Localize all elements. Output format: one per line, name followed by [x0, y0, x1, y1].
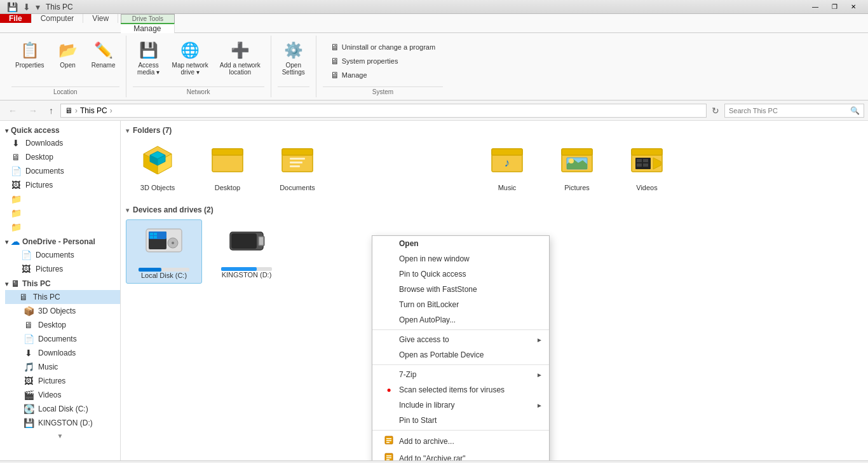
quickaccess-items: ⬇ Downloads 📌 🖥 Desktop 📌 📄 Documents 📌 …: [0, 136, 120, 234]
sidebar-item-pc-downloads[interactable]: ⬇ Downloads: [5, 346, 120, 360]
sidebar-item-desktop[interactable]: 🖥 Desktop 📌: [5, 150, 120, 164]
cm-scan-viruses[interactable]: ● Scan selected items for viruses: [372, 382, 549, 397]
cm-bitlocker[interactable]: Turn on BitLocker: [372, 297, 549, 312]
3dobjects-icon: 📦: [23, 306, 34, 316]
qa-btn-dropdown[interactable]: ▾: [34, 1, 42, 13]
cm-autoplay[interactable]: Open AutoPlay...: [372, 312, 549, 328]
svg-rect-39: [231, 233, 257, 249]
ribbon-btn-manage[interactable]: 🖥 Manage: [328, 69, 438, 81]
ribbon-btn-properties[interactable]: 📋 Properties: [11, 38, 48, 71]
ribbon-btn-system-properties[interactable]: 🖥 System properties: [328, 55, 438, 67]
folder-3dobjects[interactable]: 3D Objects: [126, 140, 189, 195]
desktop-icon: 🖥: [10, 152, 22, 162]
sidebar-item-pc-desktop[interactable]: 🖥 Desktop: [5, 318, 120, 332]
maximize-button[interactable]: ❐: [825, 1, 844, 13]
uninstall-icon: 🖥: [330, 42, 339, 52]
system-buttons: 🖥 Uninstall or change a program 🖥 System…: [323, 38, 443, 84]
pc-music-label: Music: [38, 363, 115, 371]
window-title: This PC: [46, 3, 73, 11]
back-button[interactable]: ←: [4, 104, 22, 118]
cm-pin-start[interactable]: Pin to Start: [372, 413, 549, 428]
breadcrumb[interactable]: 🖥 › This PC ›: [60, 104, 707, 118]
manage-label: Manage: [342, 71, 367, 79]
folder-music[interactable]: ♪ Music: [475, 140, 539, 195]
cm-open[interactable]: Open: [372, 236, 549, 251]
search-icon[interactable]: 🔍: [850, 106, 860, 115]
drive-kingston[interactable]: KINGSTON (D:): [208, 219, 285, 284]
cm-give-access[interactable]: Give access to ►: [372, 332, 549, 347]
breadcrumb-this-pc[interactable]: This PC: [80, 106, 107, 115]
sidebar-item-local-disk[interactable]: 💽 Local Disk (C:): [5, 402, 120, 416]
sidebar-item-extra3[interactable]: 📁: [5, 220, 120, 234]
cm-7zip[interactable]: 7-Zip ►: [372, 367, 549, 382]
cm-add-archive[interactable]: Add to archive...: [372, 432, 549, 450]
documents-label: Documents: [25, 167, 104, 176]
folder-documents[interactable]: Documents: [266, 140, 329, 195]
cm-open-new-window[interactable]: Open in new window: [372, 251, 549, 266]
sidebar-item-od-documents[interactable]: 📄 Documents: [5, 248, 120, 262]
sidebar-item-this-pc-root[interactable]: 🖥 This PC: [5, 290, 120, 304]
ribbon-btn-open-settings[interactable]: ⚙️ OpenSettings: [278, 38, 309, 78]
refresh-button[interactable]: ↻: [709, 104, 722, 117]
svg-rect-43: [386, 438, 391, 439]
open-settings-label: OpenSettings: [282, 62, 305, 76]
sidebar-item-pc-videos[interactable]: 🎬 Videos: [5, 388, 120, 402]
folder-pictures[interactable]: Pictures: [545, 140, 609, 195]
qa-btn-undo[interactable]: ⬇: [21, 1, 32, 13]
ribbon-btn-uninstall[interactable]: 🖥 Uninstall or change a program: [328, 41, 438, 53]
add-network-label: Add a networklocation: [220, 62, 261, 76]
tab-manage[interactable]: Manage: [121, 23, 174, 33]
sidebar-item-extra1[interactable]: 📁: [5, 192, 120, 206]
pc-documents-label: Documents: [38, 335, 115, 343]
tab-view[interactable]: View: [83, 14, 118, 23]
folder-videos[interactable]: Videos: [615, 140, 679, 195]
od-documents-label: Documents: [36, 251, 115, 259]
cm-include-library[interactable]: Include in library ►: [372, 397, 549, 413]
pc-desktop-icon: 🖥: [23, 320, 34, 330]
tab-computer[interactable]: Computer: [32, 14, 84, 23]
sidebar-section-thispc[interactable]: ▾ 🖥 This PC: [0, 276, 120, 290]
svg-rect-28: [643, 163, 648, 167]
access-media-icon: 💾: [139, 40, 159, 60]
qa-btn-save[interactable]: 💾: [5, 1, 20, 13]
devices-section-header[interactable]: ▾ Devices and drives (2): [126, 205, 863, 214]
tab-file[interactable]: File: [0, 14, 32, 23]
sidebar-item-od-pictures[interactable]: 🖼 Pictures: [5, 262, 120, 276]
sidebar-item-documents[interactable]: 📄 Documents 📌: [5, 164, 120, 178]
minimize-button[interactable]: —: [806, 1, 825, 13]
sidebar-item-pc-pictures[interactable]: 🖼 Pictures: [5, 374, 120, 388]
ribbon-btn-access-media[interactable]: 💾 Accessmedia ▾: [133, 38, 165, 78]
extra1-icon: 📁: [10, 194, 22, 204]
cm-portable-device[interactable]: Open as Portable Device: [372, 347, 549, 363]
cm-browse-label: Browse with FastStone: [399, 285, 477, 294]
map-drive-icon: 🌐: [180, 40, 200, 60]
folder-desktop[interactable]: Desktop: [196, 140, 259, 195]
sidebar-item-pictures[interactable]: 🖼 Pictures 📌: [5, 178, 120, 192]
cm-browse-faststone[interactable]: Browse with FastStone: [372, 282, 549, 297]
sidebar-item-extra2[interactable]: 📁: [5, 206, 120, 220]
cm-add-archive-rar[interactable]: Add to "Archive.rar": [372, 450, 549, 460]
sidebar-item-3dobjects[interactable]: 📦 3D Objects: [5, 304, 120, 318]
sidebar-item-kingston[interactable]: 💾 KINGSTON (D:): [5, 416, 120, 430]
sidebar-item-downloads[interactable]: ⬇ Downloads 📌: [5, 136, 120, 150]
close-button[interactable]: ✕: [844, 1, 863, 13]
folders-section-header[interactable]: ▾ Folders (7): [126, 126, 863, 135]
ribbon-btn-rename[interactable]: ✏️ Rename: [88, 38, 119, 71]
sidebar-section-quickaccess[interactable]: ▾ Quick access: [0, 123, 120, 136]
cm-add-archive-icon: [384, 436, 394, 446]
ribbon-btn-add-network[interactable]: ➕ Add a networklocation: [216, 38, 264, 78]
svg-rect-27: [637, 163, 642, 167]
sidebar-section-onedrive[interactable]: ▾ ☁ OneDrive - Personal: [0, 234, 120, 248]
cm-pin-quick-access[interactable]: Pin to Quick access: [372, 266, 549, 282]
drive-local-disk[interactable]: Local Disk (C:): [126, 219, 202, 284]
cm-sep2: [372, 364, 549, 365]
ribbon-btn-map-drive[interactable]: 🌐 Map networkdrive ▾: [168, 38, 212, 78]
sidebar-item-pc-music[interactable]: 🎵 Music: [5, 360, 120, 374]
up-button[interactable]: ↑: [44, 104, 58, 118]
forward-button[interactable]: →: [24, 104, 42, 118]
ribbon-btn-open[interactable]: 📂 Open: [52, 38, 84, 71]
sidebar-item-pc-documents[interactable]: 📄 Documents: [5, 332, 120, 346]
search-input[interactable]: [729, 107, 850, 114]
ribbon-content: 📋 Properties 📂 Open ✏️ Rename Location 💾: [0, 33, 868, 100]
devices-expand-icon: ▾: [126, 207, 129, 214]
